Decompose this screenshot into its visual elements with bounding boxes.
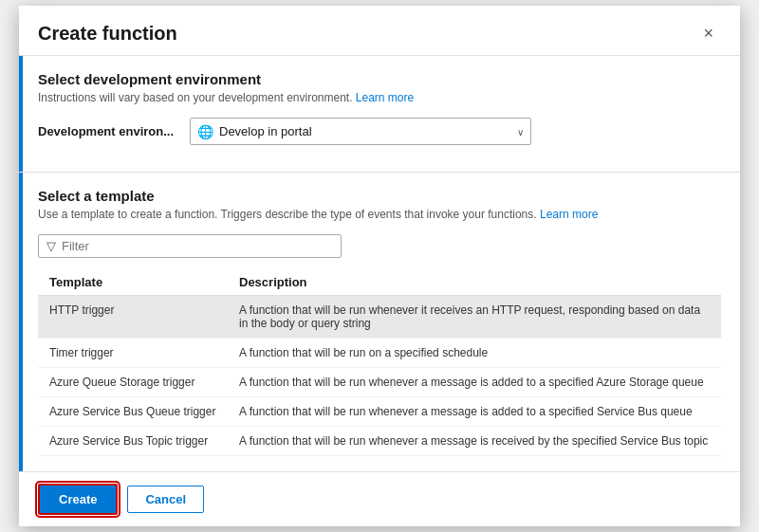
template-desc-text: Use a template to create a function. Tri… [38,208,537,221]
template-section-desc: Use a template to create a function. Tri… [38,208,721,221]
dev-env-desc-text: Instructions will vary based on your dev… [38,91,353,104]
template-table-scroll[interactable]: Template Description HTTP triggerA funct… [38,269,721,456]
template-table: Template Description HTTP triggerA funct… [38,269,721,456]
template-name-cell: HTTP trigger [38,296,228,339]
template-section-title: Select a template [38,188,721,204]
template-name-cell: Azure Queue Storage trigger [38,368,228,397]
table-row[interactable]: Azure Service Bus Topic triggerA functio… [38,427,721,456]
template-description-cell: A function that will be run whenever a m… [228,368,721,397]
dialog-header: Create function × [19,6,740,56]
table-row[interactable]: HTTP triggerA function that will be run … [38,296,721,339]
dialog-title: Create function [38,23,177,45]
dev-env-section-title: Select development environment [38,71,721,87]
create-function-dialog: Create function × Select development env… [19,6,740,526]
dev-env-learn-more-link[interactable]: Learn more [356,91,414,104]
filter-input[interactable] [62,239,333,253]
template-learn-more-link[interactable]: Learn more [540,208,598,221]
table-row[interactable]: Azure Queue Storage triggerA function th… [38,368,721,397]
table-row[interactable]: Azure Service Bus Queue triggerA functio… [38,397,721,427]
table-row[interactable]: Timer triggerA function that will be run… [38,339,721,368]
dev-env-section: Select development environment Instructi… [19,56,740,172]
template-section: Select a template Use a template to crea… [19,173,740,471]
close-button[interactable]: × [695,21,721,46]
template-name-cell: Azure Service Bus Queue trigger [38,397,228,427]
dev-env-select-wrapper: 🌐 Develop in portal ∨ [190,118,531,145]
table-header-row: Template Description [38,269,721,296]
col-header-description: Description [228,269,721,296]
dev-env-form-row: Development environ... 🌐 Develop in port… [38,118,721,145]
dialog-body: Select development environment Instructi… [19,56,740,471]
dev-env-section-desc: Instructions will vary based on your dev… [38,91,721,104]
dev-env-form-label: Development environ... [38,124,190,138]
template-name-cell: Timer trigger [38,339,228,368]
cancel-button[interactable]: Cancel [127,486,204,513]
filter-icon: ▽ [46,239,56,253]
template-description-cell: A function that will be run whenever a m… [228,427,721,456]
dev-env-select[interactable]: Develop in portal [190,118,531,145]
create-button[interactable]: Create [38,484,118,515]
template-description-cell: A function that will be run whenever it … [228,296,721,339]
template-description-cell: A function that will be run whenever a m… [228,397,721,427]
template-description-cell: A function that will be run on a specifi… [228,339,721,368]
template-name-cell: Azure Service Bus Topic trigger [38,427,228,456]
filter-input-wrapper: ▽ [38,234,342,258]
col-header-template: Template [38,269,228,296]
dialog-footer: Create Cancel [19,471,740,526]
